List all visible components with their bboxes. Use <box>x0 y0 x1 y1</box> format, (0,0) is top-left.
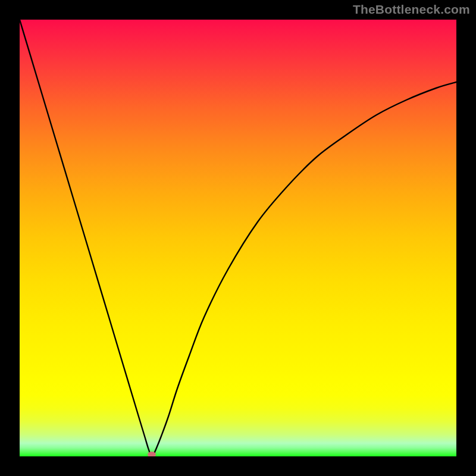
bottleneck-curve-path <box>20 20 456 456</box>
watermark-text: TheBottleneck.com <box>353 2 470 17</box>
min-marker <box>148 452 156 456</box>
chart-frame: TheBottleneck.com <box>0 0 476 476</box>
curve-svg <box>20 20 456 456</box>
plot-area <box>20 20 456 456</box>
